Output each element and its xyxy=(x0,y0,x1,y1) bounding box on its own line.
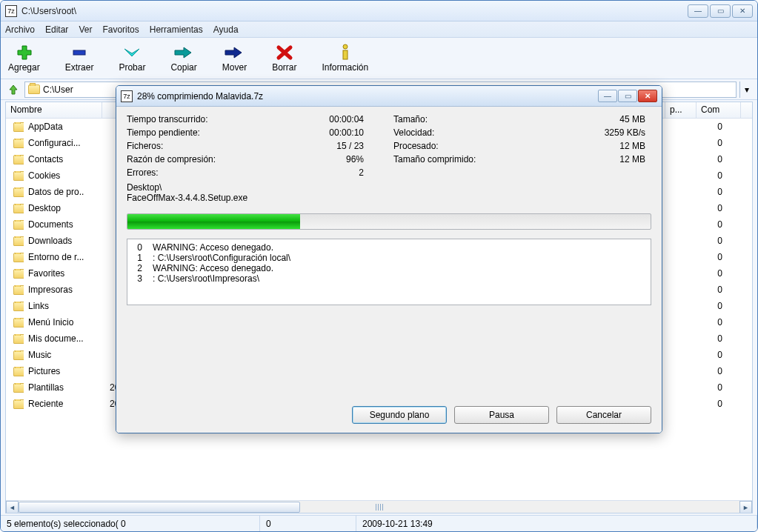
cell-name: Pictures xyxy=(24,366,105,376)
cell-extra: 0 xyxy=(708,187,752,197)
value-ficheros: 15 / 23 xyxy=(275,141,364,151)
cell-extra: 0 xyxy=(708,350,752,360)
cell-extra: 0 xyxy=(708,170,752,181)
cell-extra: 0 xyxy=(708,252,752,262)
log-row: 0WARNING: Acceso denegado. xyxy=(132,242,646,253)
value-tiempo-pendiente: 00:00:10 xyxy=(275,127,364,138)
cell-name: Favorites xyxy=(24,268,105,279)
cell-name: AppData xyxy=(24,122,105,132)
cell-extra: 0 xyxy=(708,236,752,246)
cell-name: Mis docume... xyxy=(24,333,105,344)
label-errores: Errores: xyxy=(127,167,275,178)
folder-icon xyxy=(28,84,40,94)
current-file: Desktop\ FaceOffMax-3.4.4.8.Setup.exe xyxy=(127,182,651,203)
toolbar-borrar[interactable]: Borrar xyxy=(272,44,296,73)
toolbar-agregar[interactable]: Agregar xyxy=(8,44,40,73)
label-procesado: Procesado: xyxy=(393,141,542,151)
cell-extra: 0 xyxy=(708,219,752,230)
folder-icon xyxy=(13,204,24,213)
folder-icon xyxy=(13,285,24,295)
cell-extra: 0 xyxy=(708,154,752,164)
toolbar-copiar[interactable]: Copiar xyxy=(170,44,196,73)
background-button[interactable]: Segundo plano xyxy=(352,406,447,424)
folder-icon xyxy=(13,236,24,246)
folder-icon xyxy=(13,253,24,262)
toolbar-extraer[interactable]: Extraer xyxy=(65,44,94,73)
folder-icon xyxy=(13,155,24,164)
maximize-button[interactable]: ▭ xyxy=(710,4,731,18)
cell-name: Music xyxy=(24,350,105,360)
scroll-right-icon[interactable]: ► xyxy=(739,501,752,513)
toolbar-informacion[interactable]: Información xyxy=(322,44,368,73)
cell-name: Datos de pro.. xyxy=(24,187,105,197)
plus-icon xyxy=(13,44,34,61)
progress-fill xyxy=(127,214,300,229)
cell-name: Desktop xyxy=(24,203,105,213)
svg-rect-0 xyxy=(73,50,85,55)
folder-icon xyxy=(13,139,24,148)
app-icon-7z: 7z xyxy=(5,5,17,17)
cell-extra: 0 xyxy=(708,203,752,213)
cell-name: Reciente xyxy=(24,399,105,409)
folder-icon xyxy=(13,383,24,393)
cell-name: Plantillas xyxy=(24,382,105,393)
dialog-minimize-button[interactable]: — xyxy=(598,90,617,102)
menu-archivo[interactable]: Archivo xyxy=(5,24,35,35)
folder-icon xyxy=(13,269,24,279)
horizontal-scrollbar[interactable]: ◄ ► xyxy=(6,500,752,513)
minimize-button[interactable]: — xyxy=(688,4,708,18)
scroll-thumb[interactable] xyxy=(19,502,300,513)
folder-icon xyxy=(13,334,24,344)
status-bar: 5 elemento(s) seleccionado( 0 0 2009-10-… xyxy=(1,515,757,531)
stats-grid: Tiempo transcurrido: 00:00:04 Tamaño: 45… xyxy=(127,114,651,178)
toolbar-probar[interactable]: Probar xyxy=(119,44,145,73)
menu-ayuda[interactable]: Ayuda xyxy=(213,24,239,35)
label-tiempo-pendiente: Tiempo pendiente: xyxy=(127,127,275,138)
cell-name: Downloads xyxy=(24,236,105,246)
dialog-titlebar: 7z 28% comprimiendo Malavida.7z — ▭ ✕ xyxy=(116,86,662,107)
menu-editar[interactable]: Editar xyxy=(45,24,68,35)
folder-icon xyxy=(13,302,24,311)
menu-favoritos[interactable]: Favoritos xyxy=(102,24,139,35)
cell-extra: 0 xyxy=(708,366,752,376)
folder-icon xyxy=(13,318,24,327)
address-text: C:\User xyxy=(43,84,73,95)
dialog-title: 28% comprimiendo Malavida.7z xyxy=(137,91,597,102)
dialog-buttons: Segundo plano Pausa Cancelar xyxy=(127,393,651,424)
dialog-close-button[interactable]: ✕ xyxy=(638,90,657,102)
col-com[interactable]: Com xyxy=(697,102,741,118)
dialog-body: Tiempo transcurrido: 00:00:04 Tamaño: 45… xyxy=(116,107,662,433)
folder-icon xyxy=(13,350,24,360)
menu-ver[interactable]: Ver xyxy=(79,24,92,35)
value-procesado: 12 MB xyxy=(542,141,645,151)
toolbar-mover[interactable]: Mover xyxy=(222,44,247,73)
cell-extra: 0 xyxy=(708,285,752,295)
log-box: 0WARNING: Acceso denegado.1: C:\Users\ro… xyxy=(127,239,651,305)
folder-icon xyxy=(13,399,24,409)
cell-name: Impresoras xyxy=(24,285,105,295)
scroll-left-icon[interactable]: ◄ xyxy=(6,501,19,513)
check-icon xyxy=(122,44,142,61)
close-button[interactable]: ✕ xyxy=(732,4,753,18)
status-selection: 5 elemento(s) seleccionado( 0 xyxy=(1,516,260,531)
cancel-button[interactable]: Cancelar xyxy=(556,406,651,424)
cell-extra: 0 xyxy=(708,399,752,409)
col-p[interactable]: p... xyxy=(665,102,697,118)
folder-icon xyxy=(13,367,24,376)
arrow-right-double-icon xyxy=(173,44,194,61)
menu-herramientas[interactable]: Herramientas xyxy=(150,24,203,35)
status-date: 2009-10-21 13:49 xyxy=(356,516,757,531)
col-nombre[interactable]: Nombre xyxy=(6,102,102,118)
value-tamano: 45 MB xyxy=(542,114,645,124)
cell-name: Entorno de r... xyxy=(24,252,105,262)
toolbar: Agregar Extraer Probar Copiar Mover xyxy=(1,38,757,79)
pause-button[interactable]: Pausa xyxy=(454,406,549,424)
dialog-maximize-button[interactable]: ▭ xyxy=(618,90,637,102)
up-button[interactable] xyxy=(5,82,21,98)
x-icon xyxy=(274,44,295,61)
value-tam-comp: 12 MB xyxy=(542,154,645,164)
cell-extra: 0 xyxy=(708,122,752,132)
cell-extra: 0 xyxy=(708,301,752,311)
address-dropdown[interactable]: ▾ xyxy=(739,82,753,98)
value-velocidad: 3259 KB/s xyxy=(542,127,645,138)
